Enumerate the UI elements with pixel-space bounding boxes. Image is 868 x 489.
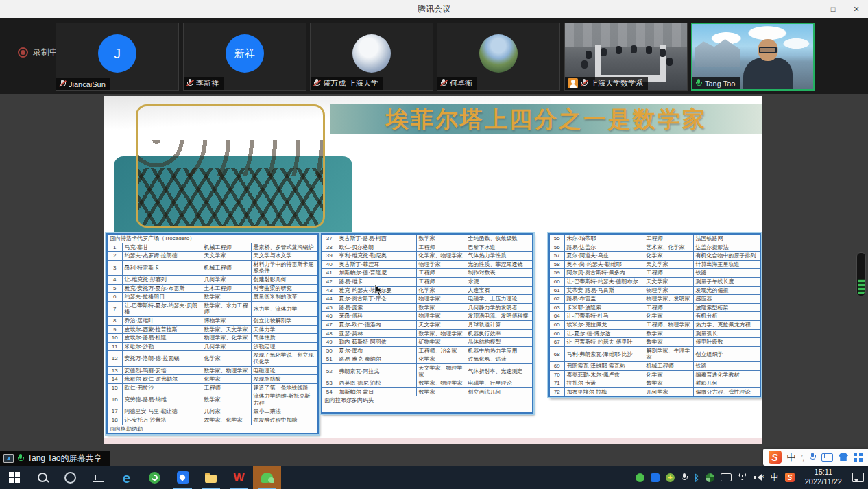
table-row: 57夏尔·阿道夫·乌兹化学家有机化合物中的原子排列 xyxy=(549,252,760,261)
task-view-button[interactable] xyxy=(84,466,112,489)
table-row: 37奥古斯丁·路易·柯西数学家全纯函数、收敛级数 xyxy=(322,234,533,243)
search-icon xyxy=(38,473,47,482)
table-cell: 有机化合物中的原子排列 xyxy=(693,252,760,261)
tray-device-icon[interactable] xyxy=(721,473,732,481)
tray-wechat-icon[interactable] xyxy=(636,473,644,482)
table-cell: 艺术家、化学家 xyxy=(644,243,693,252)
tray-microphone-icon[interactable] xyxy=(681,473,688,482)
video-tile[interactable]: 何卓衡 xyxy=(437,23,560,91)
table-row: 60让·巴蒂斯特·约瑟夫·德朗布尔天文学家测量子午线长度 xyxy=(549,277,760,286)
volume-muted-icon[interactable]: × xyxy=(754,473,764,481)
input-language-indicator[interactable]: 中 xyxy=(771,472,779,484)
table-row: 42路易·维卡工程师水泥 xyxy=(322,277,533,286)
table-cell: 物理学家 xyxy=(416,295,466,304)
tray-health-icon[interactable]: + xyxy=(666,473,675,482)
table-cell: 物理学家、化学家 xyxy=(202,334,251,343)
table-cell: 化学家 xyxy=(644,370,693,379)
table-cell: 9 xyxy=(107,325,122,334)
soft-keyboard-icon[interactable] xyxy=(821,453,833,462)
toolbox-icon[interactable] xyxy=(854,453,863,462)
taskbar-clock[interactable]: 15:11 2022/11/22 xyxy=(801,468,846,487)
taskbar-tencent-meeting[interactable] xyxy=(169,466,197,489)
voice-input-icon[interactable] xyxy=(809,453,816,462)
table-cell: 奥古斯丁·菲涅耳 xyxy=(337,260,416,269)
maximize-icon[interactable]: □ xyxy=(821,0,845,18)
table-row: 2约瑟夫·杰罗姆·拉朗德天文学家天文学与水文学 xyxy=(107,252,318,261)
table-cell: 法国铁路网 xyxy=(693,234,760,243)
participant-label: Tang Tao xyxy=(692,77,740,89)
table-row: 62路易·布雷盖物理学家、发明家感应器 xyxy=(549,295,760,304)
avatar: 新祥 xyxy=(226,34,264,73)
table-cell: 69 xyxy=(549,361,564,370)
table-cell: 62 xyxy=(549,295,564,304)
video-tile[interactable]: 上海大学数学系 xyxy=(564,23,688,91)
table-cell: 40 xyxy=(322,260,337,269)
minimize-icon[interactable]: – xyxy=(798,0,821,18)
table-cell: 测量子午线长度 xyxy=(693,277,760,286)
table-cell: 发现光的偏振 xyxy=(693,286,760,295)
table-row: 43雅克-约瑟夫·埃贝尔曼化学家人造宝石 xyxy=(322,286,533,295)
input-mode-toggle[interactable]: 中 xyxy=(787,451,796,464)
table-cell: 63 xyxy=(549,303,564,312)
tray-sogou-icon[interactable]: S xyxy=(785,473,795,482)
taskbar-search-button[interactable] xyxy=(28,466,56,489)
taskbar-file-explorer[interactable] xyxy=(197,466,225,489)
table-row: 48亚瑟·莫林数学家、物理学家机器执行效率 xyxy=(322,329,533,338)
mic-muted-icon xyxy=(313,79,320,88)
cortana-button[interactable] xyxy=(56,466,84,489)
table-cell: 17 xyxy=(107,407,122,416)
table-row: 58奥本·尚·约瑟夫·勒维耶天文学家计算出海王星轨道 xyxy=(549,260,760,269)
table-cell: 热力学、克拉佩龙方程 xyxy=(693,320,760,329)
table-cell: 67 xyxy=(549,338,564,347)
table-cell: 54 xyxy=(322,387,337,396)
title-bar: 腾讯会议 – □ ✕ xyxy=(0,0,868,19)
tray-bluetooth-icon[interactable]: ᛒ xyxy=(694,473,699,482)
table-cell: 化学家、物理学家 xyxy=(416,252,466,261)
table-cell: 让·巴蒂斯特·约瑟夫·傅里叶 xyxy=(564,338,644,347)
table-cell: 14 xyxy=(107,375,122,384)
table-cell: 工程师 xyxy=(202,383,251,392)
host-badge-icon xyxy=(568,78,578,88)
recording-indicator: 录制中 xyxy=(18,47,58,58)
participant-name: 上海大学数学系 xyxy=(590,78,643,88)
table-cell: 53 xyxy=(322,379,337,388)
table-row: 72加布里埃尔·拉梅几何学家偏微分方程、弹性理论 xyxy=(549,387,760,396)
table-cell: 西莫恩·德尼·泊松 xyxy=(337,379,416,388)
action-center-icon[interactable] xyxy=(852,473,864,482)
screen-share-banner[interactable]: Tang Tao的屏幕共享 xyxy=(0,451,110,466)
taskbar-wechat[interactable] xyxy=(253,466,281,489)
wifi-icon[interactable] xyxy=(738,474,747,481)
table-cell: 艾蒂安-路易·马吕斯 xyxy=(564,286,644,295)
table-cell: 43 xyxy=(322,286,337,295)
video-tile[interactable]: J JiancaiSun xyxy=(56,23,179,91)
table-row: 5雅克·安托万·夏尔·布雷斯土木工程师对弯曲梁的研究 xyxy=(107,284,318,293)
attendees xyxy=(586,51,592,59)
video-tile-active-speaker[interactable]: Tang Tao xyxy=(691,23,815,91)
tray-meeting-icon[interactable] xyxy=(651,473,660,482)
record-icon xyxy=(18,47,28,58)
table-row: 71拉扎尔·卡诺数学家射影几何 xyxy=(549,379,760,388)
table-cell: 电磁理论 xyxy=(251,366,318,375)
table-cell: 月球轨道计算 xyxy=(466,320,533,329)
table-row: 63卡米耶·波隆索工程师波隆索型桁架 xyxy=(549,303,760,312)
table-cell: 50 xyxy=(322,346,337,355)
close-icon[interactable]: ✕ xyxy=(845,0,868,18)
skin-icon[interactable] xyxy=(839,453,848,461)
tray-security-icon[interactable] xyxy=(706,473,714,482)
taskbar-edge[interactable]: e xyxy=(112,466,141,489)
start-button[interactable] xyxy=(0,466,28,489)
table-row: 11米歇尔·沙勒几何学家沙勒定理 xyxy=(107,342,318,351)
taskbar-browser-360[interactable] xyxy=(141,466,169,489)
table-row: 52弗朗索瓦·阿拉戈天文学家、物理学家气体折射率、光速测定 xyxy=(322,363,533,379)
table-cell: 物理学家 xyxy=(644,286,693,295)
video-tile[interactable]: 新祥 李新祥 xyxy=(183,23,306,91)
sogou-logo-icon[interactable]: S xyxy=(769,451,782,464)
table-cell: 土木工程师 xyxy=(202,284,251,293)
punctuation-toggle[interactable]: ’, xyxy=(801,453,804,462)
table-cell: 电磁学、土压力理论 xyxy=(466,295,533,304)
taskbar-wps[interactable]: W xyxy=(225,466,253,489)
browser-360-icon xyxy=(149,472,160,484)
audio-level-indicator[interactable] xyxy=(856,252,866,296)
video-tile[interactable]: 盛万成-上海大学 xyxy=(310,23,433,91)
table-cell: 在发酵过程中加糖 xyxy=(251,416,318,425)
